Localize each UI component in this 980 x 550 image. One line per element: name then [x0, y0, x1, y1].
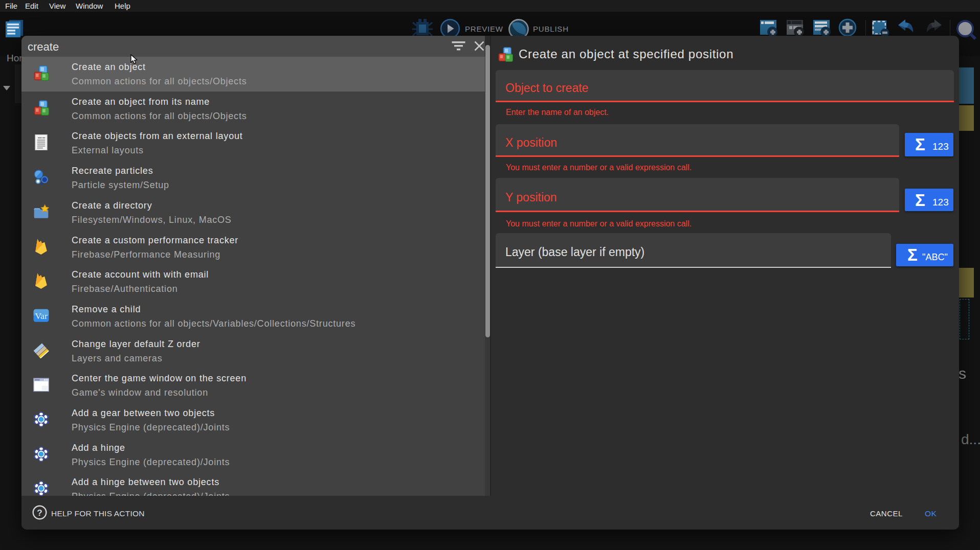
svg-text:Var: Var	[35, 311, 48, 321]
svg-text:?: ?	[37, 508, 42, 518]
